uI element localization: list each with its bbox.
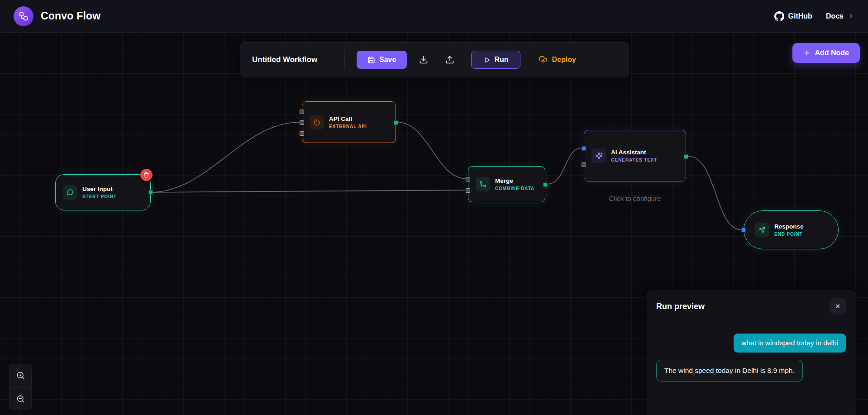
close-button[interactable]: ✕ [830, 298, 846, 315]
zoom-in-button[interactable] [9, 364, 32, 386]
github-icon [774, 11, 784, 21]
input-handle[interactable] [582, 162, 586, 167]
zoom-in-icon [16, 371, 25, 380]
node-api-call[interactable]: API Call EXTERNAL API [302, 101, 396, 143]
save-button[interactable]: Save [357, 51, 407, 69]
node-subtitle: END POINT [774, 232, 804, 237]
output-handle[interactable] [684, 154, 688, 159]
docs-label: Docs [826, 12, 844, 20]
deploy-button[interactable]: Deploy [532, 51, 582, 69]
node-title: API Call [329, 115, 367, 122]
toolbar-divider [344, 50, 345, 69]
workflow-icon [19, 11, 29, 21]
zoom-out-button[interactable] [9, 387, 32, 410]
input-handle[interactable] [741, 228, 746, 232]
docs-link[interactable]: Docs [826, 12, 854, 20]
sparkles-icon [591, 148, 606, 163]
run-label: Run [494, 56, 508, 64]
workflow-toolbar: Save Run Deploy [240, 42, 629, 77]
node-title: AI Assistant [611, 149, 657, 156]
deploy-label: Deploy [552, 56, 576, 64]
workflow-name-input[interactable] [252, 55, 337, 64]
node-title: Response [774, 223, 804, 230]
node-subtitle: START POINT [82, 194, 117, 199]
configure-hint: Click to configure [584, 195, 686, 202]
run-preview-panel: Run preview ✕ what is windsped today in … [647, 290, 855, 415]
node-subtitle: EXTERNAL API [329, 124, 367, 129]
delete-node-button[interactable] [140, 169, 153, 181]
plus-icon [803, 49, 811, 57]
export-button[interactable] [440, 50, 459, 69]
node-subtitle: COMBINE DATA [495, 186, 534, 191]
output-handle[interactable] [394, 120, 398, 125]
node-title: User Input [82, 186, 117, 192]
chevron-right-icon [848, 13, 854, 19]
user-message-bubble: what is windsped today in delhi [734, 334, 846, 353]
node-user-input[interactable]: User Input START POINT [55, 174, 151, 210]
import-button[interactable] [414, 50, 433, 69]
run-preview-title: Run preview [656, 302, 705, 311]
merge-icon [476, 177, 490, 191]
input-handle[interactable] [300, 131, 304, 136]
save-icon [367, 56, 375, 64]
output-handle[interactable] [543, 182, 548, 187]
cloud-upload-icon [539, 55, 548, 64]
node-title: Merge [495, 177, 534, 184]
run-button[interactable]: Run [471, 51, 520, 69]
top-navbar: Convo Flow GitHub Docs [0, 0, 868, 33]
api-icon [310, 115, 324, 129]
chat-icon [63, 185, 77, 200]
node-subtitle: GENERATES TEXT [611, 157, 657, 162]
node-ai-assistant[interactable]: AI Assistant GENERATES TEXT [584, 130, 686, 181]
play-icon [483, 57, 490, 63]
download-icon [419, 55, 428, 64]
github-label: GitHub [788, 12, 812, 20]
assistant-message-bubble: The wind speed today in Delhi is 8.9 mph… [656, 360, 803, 382]
add-node-label: Add Node [815, 49, 849, 57]
input-handle[interactable] [300, 110, 304, 114]
output-handle[interactable] [148, 190, 153, 195]
add-node-button[interactable]: Add Node [792, 43, 860, 63]
input-handle[interactable] [466, 188, 470, 193]
save-label: Save [379, 56, 396, 64]
upload-icon [445, 55, 454, 64]
node-merge[interactable]: Merge COMBINE DATA [468, 166, 545, 202]
input-handle[interactable] [300, 120, 304, 125]
zoom-out-icon [16, 395, 25, 403]
trash-icon [143, 172, 149, 178]
input-handle[interactable] [466, 177, 470, 181]
app-title: Convo Flow [41, 10, 100, 22]
zoom-controls [9, 364, 32, 410]
input-handle[interactable] [582, 146, 586, 151]
app-logo [14, 6, 33, 26]
send-icon [755, 223, 769, 237]
github-link[interactable]: GitHub [774, 11, 812, 21]
node-response[interactable]: Response END POINT [744, 210, 839, 249]
